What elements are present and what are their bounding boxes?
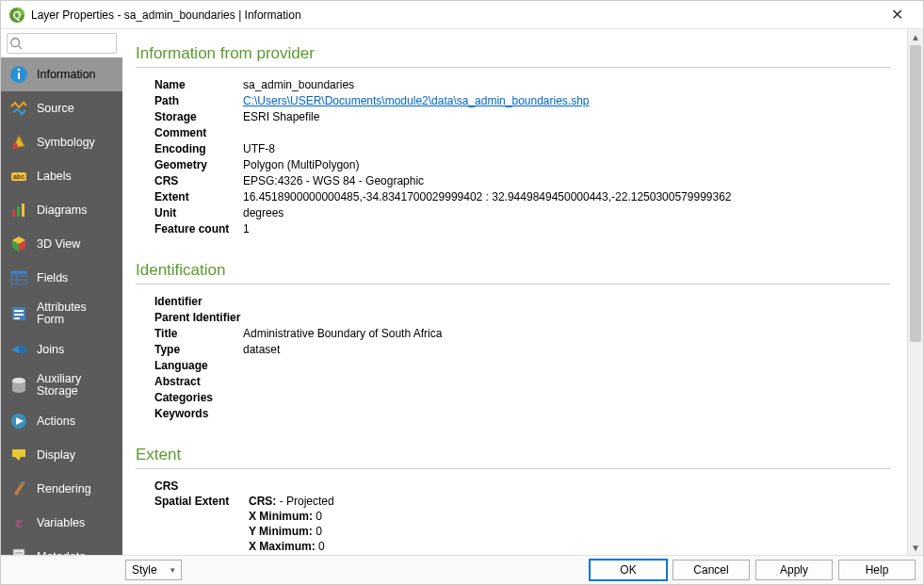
nav-actions[interactable]: Actions bbox=[1, 404, 122, 438]
svg-point-20 bbox=[19, 346, 26, 353]
nav-labels[interactable]: abc Labels bbox=[1, 159, 122, 193]
content-pane: Information from provider Namesa_admin_b… bbox=[122, 29, 907, 556]
ident-language-value bbox=[243, 358, 890, 373]
nav-metadata[interactable]: Metadata bbox=[1, 540, 122, 556]
sidebar-nav: Information Source Symbology abc Labels … bbox=[1, 57, 122, 556]
svg-rect-17 bbox=[14, 310, 24, 312]
scroll-down-icon[interactable]: ▼ bbox=[908, 540, 923, 556]
variables-icon: ε bbox=[8, 512, 29, 533]
scroll-track[interactable] bbox=[908, 45, 923, 540]
extent-spatial-crs: CRS: - Projected bbox=[249, 494, 890, 509]
nav-display[interactable]: Display bbox=[1, 438, 122, 472]
provider-crs-key: CRS bbox=[154, 173, 243, 188]
vertical-scrollbar[interactable]: ▲ ▼ bbox=[907, 29, 923, 556]
storage-icon bbox=[8, 375, 29, 396]
svg-text:ε: ε bbox=[15, 514, 23, 530]
provider-extent-value: 16.4518900000000485,-34.8341700029999402… bbox=[243, 189, 890, 204]
source-icon bbox=[8, 98, 29, 119]
ident-type-key: Type bbox=[154, 342, 243, 357]
ident-title-value: Administrative Boundary of South Africa bbox=[243, 326, 890, 341]
svg-rect-3 bbox=[18, 73, 20, 79]
nav-joins[interactable]: Joins bbox=[1, 333, 122, 366]
scroll-thumb[interactable] bbox=[910, 45, 921, 342]
nav-attributes-form[interactable]: Attributes Form bbox=[1, 295, 122, 333]
divider bbox=[136, 468, 890, 469]
svg-point-22 bbox=[12, 378, 25, 383]
provider-path-link[interactable]: C:\Users\USER\Documents\module2\data\sa_… bbox=[243, 94, 590, 107]
apply-button[interactable]: Apply bbox=[755, 560, 833, 580]
section-identification-heading: Identification bbox=[136, 261, 890, 280]
svg-rect-10 bbox=[22, 203, 24, 217]
svg-text:Q: Q bbox=[13, 9, 22, 21]
titlebar: Q Layer Properties - sa_admin_boundaries… bbox=[1, 1, 923, 29]
ident-parent-value bbox=[258, 310, 890, 325]
provider-name-key: Name bbox=[154, 77, 243, 92]
symbology-icon bbox=[8, 132, 29, 153]
nav-auxiliary-storage[interactable]: Auxiliary Storage bbox=[1, 366, 122, 404]
nav-3dview[interactable]: 3D View bbox=[1, 227, 122, 261]
style-menu-button[interactable]: Style ▾ bbox=[125, 560, 182, 580]
nav-variables[interactable]: ε Variables bbox=[1, 506, 122, 540]
sidebar-search-wrap bbox=[1, 29, 122, 57]
sidebar-search-input[interactable] bbox=[7, 33, 117, 54]
section-extent-heading: Extent bbox=[136, 446, 890, 464]
actions-icon bbox=[8, 411, 29, 431]
extent-crs-key: CRS bbox=[154, 479, 249, 494]
dialog-footer: Style ▾ OK Cancel Apply Help bbox=[1, 555, 923, 584]
extent-spatial-key: Spatial Extent bbox=[154, 494, 249, 509]
ident-parent-key: Parent Identifier bbox=[154, 310, 258, 325]
fields-icon bbox=[8, 268, 29, 288]
close-button[interactable]: ✕ bbox=[878, 6, 916, 24]
nav-fields[interactable]: Fields bbox=[1, 261, 122, 295]
joins-icon bbox=[8, 339, 29, 360]
nav-diagrams[interactable]: Diagrams bbox=[1, 193, 122, 227]
ident-identifier-value bbox=[243, 294, 890, 309]
ident-title-key: Title bbox=[154, 326, 243, 341]
cube-icon bbox=[8, 234, 29, 254]
extent-ymin: Y Minimum: 0 bbox=[249, 524, 890, 539]
help-button[interactable]: Help bbox=[838, 560, 916, 580]
nav-source[interactable]: Source bbox=[1, 91, 122, 125]
nav-label: Rendering bbox=[37, 483, 91, 496]
provider-geometry-key: Geometry bbox=[154, 157, 243, 172]
cancel-button[interactable]: Cancel bbox=[673, 560, 750, 580]
scroll-up-icon[interactable]: ▲ bbox=[908, 29, 923, 45]
extent-xmin: X Minimum: 0 bbox=[249, 509, 890, 524]
nav-information[interactable]: Information bbox=[1, 57, 122, 91]
provider-comment-value bbox=[243, 125, 890, 140]
provider-extent-key: Extent bbox=[154, 189, 243, 204]
nav-rendering[interactable]: Rendering bbox=[1, 472, 122, 506]
ident-keywords-value bbox=[243, 406, 890, 421]
nav-label: Fields bbox=[37, 272, 68, 284]
provider-unit-key: Unit bbox=[154, 205, 243, 220]
ok-button[interactable]: OK bbox=[590, 560, 667, 580]
provider-path-key: Path bbox=[154, 93, 243, 108]
nav-label: Symbology bbox=[37, 137, 95, 149]
divider bbox=[136, 67, 890, 68]
nav-symbology[interactable]: Symbology bbox=[1, 125, 122, 159]
ident-identifier-key: Identifier bbox=[154, 294, 243, 309]
extent-xmax: X Maximum: 0 bbox=[249, 539, 890, 554]
nav-label: Labels bbox=[37, 171, 72, 183]
nav-label: Information bbox=[37, 69, 96, 81]
provider-fcount-value: 1 bbox=[243, 221, 890, 236]
nav-label: Diagrams bbox=[37, 204, 88, 217]
provider-encoding-key: Encoding bbox=[154, 141, 243, 156]
provider-storage-key: Storage bbox=[154, 109, 243, 124]
provider-crs-value: EPSG:4326 - WGS 84 - Geographic bbox=[243, 173, 890, 188]
svg-rect-18 bbox=[14, 314, 24, 316]
ident-categories-key: Categories bbox=[154, 390, 243, 405]
ident-type-value: dataset bbox=[243, 342, 890, 357]
nav-label: Joins bbox=[37, 344, 64, 356]
window-title: Layer Properties - sa_admin_boundaries |… bbox=[31, 8, 878, 22]
form-icon bbox=[8, 303, 29, 324]
display-icon bbox=[8, 445, 29, 465]
provider-comment-key: Comment bbox=[154, 125, 243, 140]
svg-point-5 bbox=[12, 143, 18, 149]
svg-text:abc: abc bbox=[13, 173, 24, 180]
diagrams-icon bbox=[8, 200, 29, 220]
ident-language-key: Language bbox=[154, 358, 243, 373]
nav-label: Source bbox=[37, 103, 74, 115]
info-icon bbox=[8, 64, 29, 85]
svg-rect-19 bbox=[14, 317, 20, 319]
